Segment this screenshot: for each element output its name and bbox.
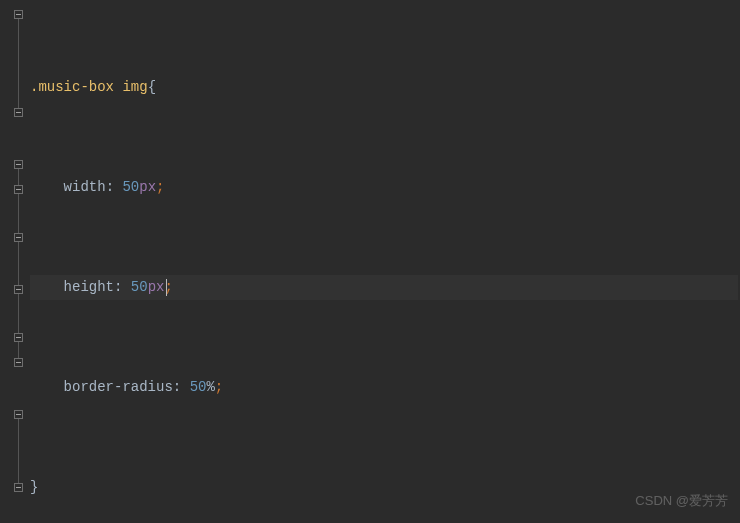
code-line-active[interactable]: height: 50px; (30, 275, 738, 300)
t: px (148, 279, 165, 295)
fold-icon[interactable] (14, 410, 23, 419)
fold-icon[interactable] (14, 285, 23, 294)
fold-icon[interactable] (14, 358, 23, 367)
fold-icon[interactable] (14, 185, 23, 194)
fold-icon[interactable] (14, 160, 23, 169)
t: % (206, 379, 214, 395)
t: width (64, 179, 106, 195)
t: : (106, 179, 123, 195)
code-editor[interactable]: .music-box img{ width: 50px; height: 50p… (0, 0, 740, 523)
t: { (148, 79, 156, 95)
t: 50 (131, 279, 148, 295)
code-line[interactable]: .music-box img{ (30, 75, 738, 100)
fold-icon[interactable] (14, 333, 23, 342)
t: : (114, 279, 131, 295)
code-line[interactable]: } (30, 475, 738, 500)
t: height (64, 279, 114, 295)
fold-icon[interactable] (14, 483, 23, 492)
t: border-radius (64, 379, 173, 395)
code-area[interactable]: .music-box img{ width: 50px; height: 50p… (28, 0, 740, 523)
t: ; (156, 179, 164, 195)
t: 50 (190, 379, 207, 395)
t (30, 279, 64, 295)
t (30, 379, 64, 395)
t: img (122, 79, 147, 95)
t: : (173, 379, 190, 395)
code-line[interactable]: border-radius: 50%; (30, 375, 738, 400)
t: px (139, 179, 156, 195)
t: music-box (38, 79, 114, 95)
fold-icon[interactable] (14, 108, 23, 117)
gutter (0, 0, 28, 523)
t: } (30, 479, 38, 495)
fold-icon[interactable] (14, 10, 23, 19)
t: 50 (122, 179, 139, 195)
text-caret (166, 279, 167, 296)
code-line[interactable]: width: 50px; (30, 175, 738, 200)
fold-icon[interactable] (14, 233, 23, 242)
t: ; (215, 379, 223, 395)
t (30, 179, 64, 195)
